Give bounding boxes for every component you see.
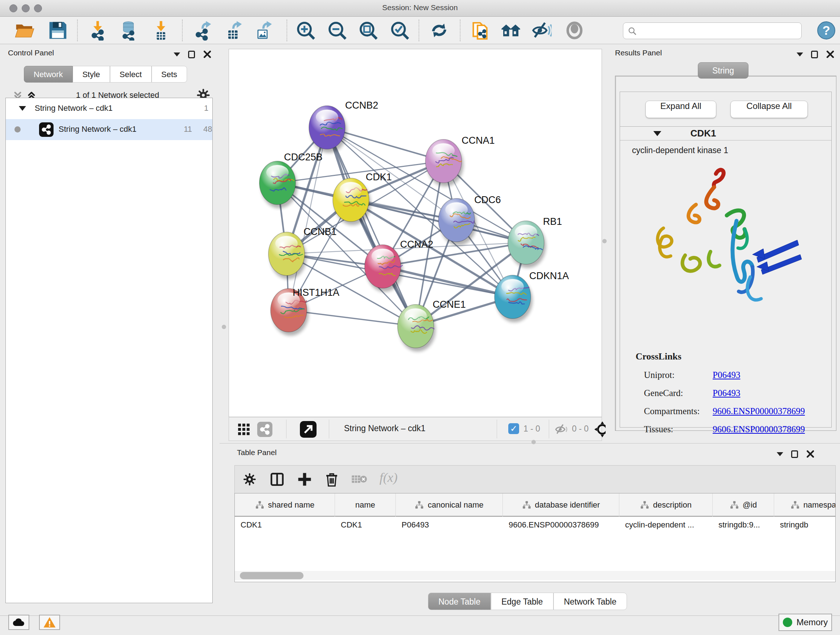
crosslink-link[interactable]: 9606.ENSP00000378699 (713, 424, 805, 434)
network-row[interactable]: String Network – cdk1 11 48 (6, 119, 212, 140)
float-window-icon[interactable] (811, 51, 818, 58)
network-node-HIST1H1A[interactable]: HIST1H1A (271, 287, 339, 336)
tab-node-table[interactable]: Node Table (428, 593, 491, 610)
table-cell[interactable]: stringdb:9... (713, 516, 774, 533)
table-panel-title: Table Panel (237, 448, 277, 457)
column-header-5[interactable]: @id (713, 494, 774, 516)
table-cell[interactable]: stringdb (774, 516, 836, 533)
memory-button[interactable]: Memory (778, 614, 832, 631)
network-node-CCNB1[interactable]: CCNB1 (268, 226, 337, 279)
network-node-CDKN1A[interactable]: CDKN1A (494, 271, 569, 322)
table-cell[interactable]: cyclin-dependent ... (619, 516, 713, 533)
warnings-button[interactable] (39, 615, 60, 630)
birds-eye-view-icon[interactable] (300, 421, 317, 438)
close-panel-icon[interactable] (806, 450, 815, 458)
selected-count-checkbox[interactable]: ✓ (508, 423, 519, 434)
import-network-icon[interactable] (88, 20, 108, 41)
network-graph[interactable]: CCNB2CCNA1CDC25BCDK1CDC6RB1CCNB1CCNA2CDK… (229, 49, 602, 417)
show-all-icon[interactable] (564, 20, 584, 41)
table-row[interactable]: CDK1CDK1P064939606.ENSP00000378699cyclin… (235, 516, 835, 533)
section-expander-icon[interactable] (653, 131, 661, 136)
column-header-2[interactable]: canonical name (396, 494, 503, 516)
import-network-from-database-icon[interactable] (118, 20, 139, 41)
new-network-from-selection-icon[interactable] (470, 20, 490, 41)
zoom-out-icon[interactable] (327, 20, 347, 41)
gene-section-header[interactable]: CDK1 (620, 127, 831, 141)
delete-column-trash-icon[interactable] (325, 471, 339, 487)
network-node-CCNA1[interactable]: CCNA1 (425, 135, 495, 187)
tab-edge-table[interactable]: Edge Table (491, 593, 554, 610)
zoom-fit-icon[interactable] (358, 20, 378, 41)
expand-all-button[interactable]: Expand All (645, 101, 716, 118)
refresh-icon[interactable] (429, 20, 449, 41)
network-node-CDK1[interactable]: CDK1 (333, 172, 392, 225)
vertical-splitter-handle[interactable] (222, 325, 226, 329)
function-builder-icon[interactable]: f(x) (379, 470, 398, 485)
memory-status-dot (783, 618, 792, 627)
tab-style[interactable]: Style (73, 66, 110, 82)
save-session-icon[interactable] (48, 20, 68, 41)
tab-network-table[interactable]: Network Table (554, 593, 627, 610)
show-columns-icon[interactable] (270, 472, 285, 487)
scrollbar-thumb[interactable] (240, 572, 303, 579)
vertical-splitter-handle[interactable] (602, 239, 607, 243)
network-node-CCNB2[interactable]: CCNB2 (309, 100, 378, 153)
horizontal-scrollbar[interactable] (235, 571, 835, 580)
crosslink-link[interactable]: 9606.ENSP00000378699 (713, 406, 805, 416)
string-view-icon[interactable] (257, 422, 272, 437)
help-button[interactable]: ? (817, 21, 837, 41)
float-window-icon[interactable] (188, 51, 195, 58)
network-edge-count: 48 (203, 125, 212, 134)
float-menu-icon[interactable] (777, 452, 783, 456)
export-network-icon[interactable] (193, 20, 213, 41)
network-collection-row[interactable]: String Network – cdk1 1 (6, 98, 212, 119)
crosslink-link[interactable]: P06493 (713, 370, 740, 380)
first-neighbors-icon[interactable] (501, 20, 521, 41)
column-header-1[interactable]: name (335, 494, 396, 516)
horizontal-splitter-handle[interactable] (531, 440, 536, 444)
network-edge[interactable] (327, 127, 416, 326)
table-cell[interactable]: CDK1 (235, 516, 335, 533)
column-header-4[interactable]: description (619, 494, 713, 516)
table-settings-gear-icon[interactable] (243, 472, 256, 486)
close-panel-icon[interactable] (826, 50, 835, 59)
network-list: String Network – cdk1 1 String Network –… (5, 98, 213, 603)
network-node-CDC25B[interactable]: CDC25B (259, 152, 323, 208)
float-menu-icon[interactable] (797, 52, 803, 57)
collection-expander-icon[interactable] (19, 106, 26, 111)
table-cell[interactable]: CDK1 (335, 516, 396, 533)
hide-selected-icon[interactable] (531, 20, 552, 41)
add-column-icon[interactable] (297, 472, 312, 487)
open-session-icon[interactable] (14, 20, 35, 41)
column-header-6[interactable]: namespace (774, 494, 836, 516)
zoom-in-icon[interactable] (295, 20, 316, 41)
table-cell[interactable]: 9606.ENSP00000378699 (503, 516, 619, 533)
strip-separator (497, 420, 497, 439)
delete-table-icon[interactable] (351, 474, 367, 485)
export-table-icon[interactable] (223, 20, 243, 41)
tab-select[interactable]: Select (110, 66, 152, 82)
import-table-icon[interactable] (151, 20, 171, 41)
tab-network[interactable]: Network (24, 66, 73, 82)
search-input[interactable] (623, 22, 802, 39)
export-image-icon[interactable] (253, 20, 273, 41)
float-menu-icon[interactable] (174, 52, 180, 57)
column-header-3[interactable]: database identifier (503, 494, 619, 516)
grid-view-icon[interactable] (237, 423, 251, 436)
network-node-CDC6[interactable]: CDC6 (439, 195, 501, 245)
network-canvas[interactable]: CCNB2CCNA1CDC25BCDK1CDC6RB1CCNB1CCNA2CDK… (229, 49, 602, 417)
cloud-status-button[interactable] (8, 615, 29, 630)
network-node-RB1[interactable]: RB1 (508, 216, 562, 268)
collapse-all-button[interactable]: Collapse All (730, 101, 808, 118)
network-node-CCNE1[interactable]: CCNE1 (398, 299, 466, 352)
column-header-0[interactable]: shared name (235, 494, 335, 516)
table-cell[interactable]: P06493 (396, 516, 503, 533)
zoom-selected-icon[interactable] (390, 20, 410, 41)
results-tab-string[interactable]: String (698, 62, 748, 79)
float-window-icon[interactable] (791, 450, 798, 458)
table-toolbar: f(x) (234, 465, 836, 493)
close-panel-icon[interactable] (203, 50, 212, 59)
column-type-icon (522, 501, 531, 509)
tab-sets[interactable]: Sets (152, 66, 187, 82)
crosslink-link[interactable]: P06493 (713, 388, 740, 398)
